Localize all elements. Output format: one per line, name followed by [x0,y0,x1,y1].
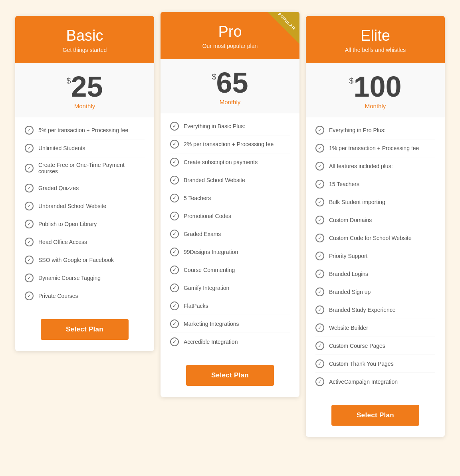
check-icon: ✓ [25,164,34,173]
check-icon: ✓ [315,216,324,224]
feature-item: ✓Private Courses [25,287,145,305]
feature-text: Promotional Codes [184,213,231,219]
plan-subtitle-elite: All the bells and whistles [314,47,437,53]
plan-card-basic: BasicGet things started$25Monthly✓5% per… [15,16,154,351]
feature-item: ✓ActiveCampaign Integration [315,373,435,391]
check-icon: ✓ [170,337,179,346]
feature-text: 1% per transaction + Processing fee [329,145,419,151]
feature-text: Website Builder [329,325,368,331]
feature-item: ✓Bulk Student importing [315,193,435,211]
feature-text: Custom Thank You Pages [329,361,394,367]
feature-text: Dynamic Course Tagging [38,275,101,281]
feature-item: ✓Unbranded School Website [25,197,145,215]
check-icon: ✓ [315,180,324,188]
popular-badge: POPULAR [268,12,299,44]
feature-text: Marketing Integrations [184,321,239,327]
check-icon: ✓ [25,144,34,153]
check-icon: ✓ [170,284,179,292]
feature-item: ✓Branded Study Experience [315,301,435,319]
check-icon: ✓ [315,377,324,386]
select-plan-button-pro[interactable]: Select Plan [186,365,274,386]
feature-item: ✓15 Teachers [315,175,435,193]
check-icon: ✓ [170,158,179,167]
check-icon: ✓ [315,288,324,296]
price-period-pro: Monthly [169,99,291,105]
feature-item: ✓Everything in Pro Plus: [315,121,435,139]
check-icon: ✓ [315,162,324,171]
plan-name-basic: Basic [23,27,146,44]
price-period-basic: Monthly [23,103,146,109]
plan-features-basic: ✓5% per transaction + Processing fee✓Unl… [15,117,154,313]
feature-item: ✓Custom Code for School Website [315,229,435,247]
feature-item: ✓2% per transaction + Processing fee [170,135,290,153]
check-icon: ✓ [25,202,34,210]
feature-item: ✓Custom Thank You Pages [315,355,435,373]
popular-badge-text: POPULAR [277,12,296,31]
check-icon: ✓ [170,248,179,256]
check-icon: ✓ [315,144,324,153]
select-plan-button-basic[interactable]: Select Plan [41,319,129,340]
feature-item: ✓Website Builder [315,319,435,337]
price-dollar-elite: $ [349,76,353,85]
check-icon: ✓ [170,301,179,310]
feature-item: ✓Promotional Codes [170,207,290,225]
feature-item: ✓Accredible Integration [170,333,290,351]
price-wrapper-basic: $25 [66,72,103,101]
check-icon: ✓ [25,292,34,300]
feature-text: 2% per transaction + Processing fee [184,141,274,147]
feature-item: ✓Head Office Access [25,233,145,251]
feature-item: ✓Priority Support [315,247,435,265]
feature-text: Head Office Access [38,239,87,245]
feature-text: ActiveCampaign Integration [329,379,398,385]
select-plan-button-elite[interactable]: Select Plan [331,405,419,426]
feature-text: All features included plus: [329,163,393,169]
check-icon: ✓ [170,212,179,220]
feature-text: Graded Exams [184,231,221,237]
feature-text: 15 Teachers [329,181,359,187]
check-icon: ✓ [170,176,179,184]
feature-text: 99Designs Integration [184,249,238,255]
pricing-container: BasicGet things started$25Monthly✓5% per… [8,8,452,445]
feature-item: ✓Branded Logins [315,265,435,283]
check-icon: ✓ [25,184,34,192]
feature-item: ✓Custom Course Pages [315,337,435,355]
feature-text: Custom Code for School Website [329,235,412,241]
check-icon: ✓ [315,341,324,350]
plan-footer-basic: Select Plan [15,313,154,351]
plan-header-elite: EliteAll the bells and whistles [306,16,445,63]
feature-text: Branded School Website [184,177,245,183]
feature-text: Course Commenting [184,267,235,273]
feature-text: Custom Domains [329,217,372,223]
check-icon: ✓ [170,140,179,149]
check-icon: ✓ [315,234,324,242]
feature-item: ✓Create subscription payments [170,153,290,171]
feature-item: ✓Create Free or One-Time Payment courses [25,157,145,179]
plan-footer-elite: Select Plan [306,399,445,437]
feature-text: Publish to Open Library [38,221,97,227]
check-icon: ✓ [170,319,179,328]
plan-header-pro: POPULARProOur most popular plan [161,12,299,59]
feature-item: ✓5 Teachers [170,189,290,207]
feature-item: ✓Course Commenting [170,261,290,279]
plan-name-elite: Elite [314,27,437,44]
plan-footer-pro: Select Plan [161,359,299,397]
plan-subtitle-basic: Get things started [23,47,146,53]
price-wrapper-pro: $65 [212,68,248,97]
feature-item: ✓1% per transaction + Processing fee [315,139,435,157]
check-icon: ✓ [315,359,324,368]
check-icon: ✓ [315,270,324,278]
feature-text: Gamify Integration [184,285,229,291]
feature-text: Custom Course Pages [329,343,385,349]
feature-text: Branded Sign up [329,289,371,295]
check-icon: ✓ [170,194,179,202]
price-period-elite: Monthly [314,103,437,109]
check-icon: ✓ [170,230,179,238]
feature-text: Branded Logins [329,271,368,277]
feature-text: Create Free or One-Time Payment courses [38,162,145,175]
feature-item: ✓Custom Domains [315,211,435,229]
check-icon: ✓ [315,126,324,135]
feature-text: Branded Study Experience [329,307,396,313]
check-icon: ✓ [315,323,324,332]
price-amount-basic: 25 [71,72,103,101]
feature-text: Private Courses [38,293,78,299]
